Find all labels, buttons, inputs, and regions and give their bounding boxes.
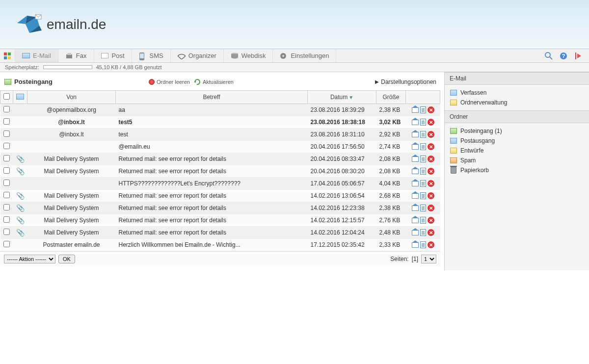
nav-post[interactable]: Post [94, 49, 132, 62]
logo[interactable]: emailn.de [15, 13, 106, 35]
row-checkbox[interactable] [3, 180, 10, 186]
mail-size: 3,02 KB [376, 116, 406, 129]
bulk-action-select[interactable]: ------ Aktion ------ [4, 255, 55, 263]
refresh-icon [194, 78, 201, 85]
row-checkbox[interactable] [3, 118, 10, 125]
mail-row[interactable]: @emailn.eu20.04.2016 17:56:502,74 KB✕ [0, 141, 440, 153]
delete-icon[interactable]: ✕ [428, 241, 434, 248]
logout-icon[interactable] [574, 52, 582, 60]
delete-icon[interactable]: ✕ [428, 156, 434, 162]
delete-icon[interactable]: ✕ [428, 192, 434, 199]
open-mail-icon[interactable] [412, 193, 419, 199]
search-icon[interactable] [545, 52, 553, 60]
refresh-button[interactable]: Aktualisieren [194, 78, 234, 85]
delete-icon[interactable]: ✕ [428, 168, 434, 175]
row-checkbox[interactable] [3, 216, 10, 223]
open-mail-icon[interactable] [412, 230, 419, 235]
mail-row[interactable]: 📎Mail Delivery SystemReturned mail: see … [0, 153, 440, 165]
open-mail-icon[interactable] [412, 242, 419, 248]
mail-row[interactable]: 📎Mail Delivery SystemReturned mail: see … [0, 202, 440, 214]
mail-row[interactable]: @inbox.lttest23.08.2016 18:31:102,92 KB✕ [0, 129, 440, 141]
mail-row[interactable]: 📎Mail Delivery SystemReturned mail: see … [0, 214, 440, 227]
delete-icon[interactable]: ✕ [428, 217, 434, 224]
col-size[interactable]: Größe [376, 91, 406, 104]
display-options-button[interactable]: ▶ Darstellungsoptionen [375, 78, 436, 85]
row-checkbox[interactable] [3, 143, 10, 149]
open-mail-icon[interactable] [412, 156, 419, 162]
select-all-checkbox[interactable] [3, 93, 10, 100]
yellow-folder-icon [450, 148, 457, 154]
open-mail-icon[interactable] [412, 181, 419, 186]
view-source-icon[interactable] [420, 241, 426, 248]
delete-icon[interactable]: ✕ [428, 119, 434, 126]
row-checkbox[interactable] [3, 192, 10, 198]
row-checkbox[interactable] [3, 106, 10, 112]
view-source-icon[interactable] [420, 143, 426, 150]
row-checkbox[interactable] [3, 155, 10, 161]
nav-fax[interactable]: Fax [58, 49, 94, 62]
svg-rect-8 [140, 53, 144, 58]
col-subject[interactable]: Betreff [116, 91, 308, 104]
mail-row[interactable]: HTTPS?????????????Let's Encrypt????????1… [0, 178, 440, 190]
open-mail-icon[interactable] [412, 169, 419, 174]
mail-size: 2,33 KB [376, 239, 406, 251]
open-mail-icon[interactable] [412, 218, 419, 223]
empty-folder-button[interactable]: Ordner leeren [149, 79, 190, 85]
nav-sms[interactable]: SMS [132, 49, 171, 62]
folder-entw-rfe[interactable]: Entwürfe [445, 146, 589, 156]
nav-einstellungen[interactable]: Einstellungen [273, 49, 336, 62]
view-source-icon[interactable] [420, 106, 426, 113]
row-checkbox[interactable] [3, 241, 10, 247]
open-mail-icon[interactable] [412, 206, 419, 211]
view-source-icon[interactable] [420, 205, 426, 211]
folder-spam[interactable]: Spam [445, 156, 589, 165]
delete-icon[interactable]: ✕ [428, 229, 434, 236]
delete-icon[interactable]: ✕ [428, 131, 434, 138]
folder-postausgang[interactable]: Postausgang [445, 136, 589, 146]
open-mail-icon[interactable] [412, 144, 419, 150]
svg-rect-6 [67, 53, 71, 55]
svg-marker-0 [17, 16, 27, 24]
mail-row[interactable]: 📎Mail Delivery SystemReturned mail: see … [0, 165, 440, 178]
delete-icon[interactable]: ✕ [428, 143, 434, 150]
nav-webdisk[interactable]: Webdisk [224, 49, 273, 62]
col-date[interactable]: Datum▼ [308, 91, 376, 104]
view-source-icon[interactable] [420, 229, 426, 236]
view-source-icon[interactable] [420, 192, 426, 199]
row-checkbox[interactable] [3, 204, 10, 210]
delete-icon[interactable]: ✕ [428, 205, 434, 211]
mail-icon [22, 52, 30, 59]
mail-row[interactable]: Postmaster emailn.deHerzlich Willkommen … [0, 239, 440, 251]
row-checkbox[interactable] [3, 130, 10, 137]
mail-date: 20.04.2016 08:30:20 [308, 165, 376, 178]
sidebar-compose[interactable]: Verfassen [445, 88, 589, 98]
view-source-icon[interactable] [420, 168, 426, 175]
folder-papierkorb[interactable]: Papierkorb [445, 165, 589, 175]
help-icon[interactable]: ? [560, 52, 567, 60]
mail-row[interactable]: @openmailbox.orgaa23.08.2016 18:39:292,3… [0, 104, 440, 116]
view-source-icon[interactable] [420, 217, 426, 224]
nav-e-mail[interactable]: E-Mail [15, 49, 58, 62]
sidebar-folder-admin[interactable]: Ordnerverwaltung [445, 98, 589, 107]
row-checkbox[interactable] [3, 229, 10, 235]
open-mail-icon[interactable] [412, 132, 419, 137]
nav-apps-button[interactable] [0, 49, 15, 62]
view-source-icon[interactable] [420, 131, 426, 138]
view-source-icon[interactable] [420, 156, 426, 162]
open-mail-icon[interactable] [412, 107, 419, 113]
svg-point-11 [282, 55, 284, 57]
view-source-icon[interactable] [420, 180, 426, 187]
view-source-icon[interactable] [420, 119, 426, 126]
mail-row[interactable]: 📎Mail Delivery SystemReturned mail: see … [0, 190, 440, 202]
col-from[interactable]: Von [27, 91, 116, 104]
open-mail-icon[interactable] [412, 120, 419, 125]
nav-organizer[interactable]: Organizer [171, 49, 224, 62]
delete-icon[interactable]: ✕ [428, 106, 434, 113]
page-select[interactable]: 1 [421, 255, 436, 263]
row-checkbox[interactable] [3, 167, 10, 174]
folder-posteingang-[interactable]: Posteingang (1) [445, 126, 589, 136]
mail-row[interactable]: @inbox.lttest523.08.2016 18:38:183,02 KB… [0, 116, 440, 129]
mail-row[interactable]: 📎Mail Delivery SystemReturned mail: see … [0, 227, 440, 239]
delete-icon[interactable]: ✕ [428, 180, 434, 187]
ok-button[interactable]: OK [58, 255, 75, 263]
